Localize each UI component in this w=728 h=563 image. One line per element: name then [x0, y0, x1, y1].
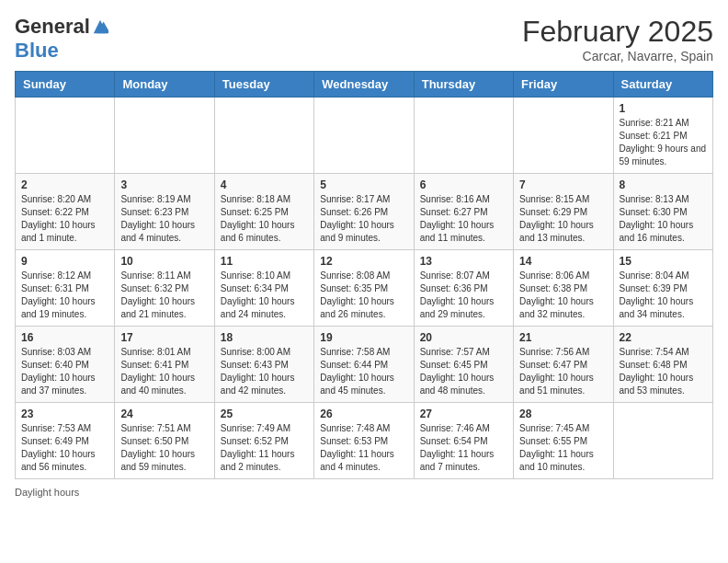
day-number: 26: [320, 408, 407, 420]
day-number: 21: [519, 331, 607, 344]
day-number: 24: [120, 408, 208, 420]
location: Carcar, Navarre, Spain: [522, 49, 713, 63]
calendar-day-header: Saturday: [613, 72, 712, 98]
calendar-week-row: 2Sunrise: 8:20 AM Sunset: 6:22 PM Daylig…: [16, 174, 713, 250]
calendar-cell: 18Sunrise: 8:00 AM Sunset: 6:43 PM Dayli…: [214, 327, 313, 403]
day-info: Sunrise: 7:57 AM Sunset: 6:45 PM Dayligh…: [420, 346, 507, 397]
calendar-cell: 12Sunrise: 8:08 AM Sunset: 6:35 PM Dayli…: [314, 250, 414, 327]
calendar-cell: 10Sunrise: 8:11 AM Sunset: 6:32 PM Dayli…: [115, 250, 214, 327]
calendar-cell: 27Sunrise: 7:46 AM Sunset: 6:54 PM Dayli…: [414, 403, 513, 479]
calendar-cell: 6Sunrise: 8:16 AM Sunset: 6:27 PM Daylig…: [414, 174, 513, 250]
calendar-table: SundayMondayTuesdayWednesdayThursdayFrid…: [15, 71, 713, 479]
day-number: 4: [221, 178, 308, 191]
day-info: Sunrise: 8:20 AM Sunset: 6:22 PM Dayligh…: [21, 193, 108, 245]
day-number: 27: [420, 408, 507, 420]
calendar-cell: 2Sunrise: 8:20 AM Sunset: 6:22 PM Daylig…: [16, 174, 115, 250]
day-info: Sunrise: 8:00 AM Sunset: 6:43 PM Dayligh…: [221, 346, 308, 397]
day-info: Sunrise: 7:45 AM Sunset: 6:55 PM Dayligh…: [519, 422, 607, 474]
day-info: Sunrise: 8:16 AM Sunset: 6:27 PM Dayligh…: [420, 193, 507, 245]
day-number: 1: [620, 102, 707, 115]
day-number: 6: [420, 178, 507, 191]
logo-blue-text: Blue: [15, 39, 59, 62]
calendar-cell: 3Sunrise: 8:19 AM Sunset: 6:23 PM Daylig…: [115, 174, 214, 250]
calendar-cell: 15Sunrise: 8:04 AM Sunset: 6:39 PM Dayli…: [613, 250, 712, 327]
calendar-cell: [514, 98, 613, 174]
day-number: 18: [221, 331, 308, 344]
day-info: Sunrise: 8:12 AM Sunset: 6:31 PM Dayligh…: [21, 270, 108, 321]
day-info: Sunrise: 7:48 AM Sunset: 6:53 PM Dayligh…: [320, 422, 407, 474]
calendar-week-row: 9Sunrise: 8:12 AM Sunset: 6:31 PM Daylig…: [16, 250, 713, 327]
day-info: Sunrise: 7:51 AM Sunset: 6:50 PM Dayligh…: [120, 422, 208, 474]
calendar-week-row: 16Sunrise: 8:03 AM Sunset: 6:40 PM Dayli…: [16, 327, 713, 403]
title-block: February 2025 Carcar, Navarre, Spain: [522, 15, 713, 63]
day-number: 14: [519, 255, 607, 268]
day-info: Sunrise: 8:03 AM Sunset: 6:40 PM Dayligh…: [21, 346, 108, 397]
logo-icon: [92, 18, 108, 35]
calendar-day-header: Sunday: [16, 72, 115, 98]
calendar-week-row: 23Sunrise: 7:53 AM Sunset: 6:49 PM Dayli…: [16, 403, 713, 479]
month-title: February 2025: [522, 15, 713, 49]
calendar-cell: 8Sunrise: 8:13 AM Sunset: 6:30 PM Daylig…: [613, 174, 712, 250]
calendar-cell: 25Sunrise: 7:49 AM Sunset: 6:52 PM Dayli…: [214, 403, 313, 479]
day-info: Sunrise: 8:08 AM Sunset: 6:35 PM Dayligh…: [320, 270, 407, 321]
day-number: 12: [320, 255, 407, 268]
calendar-day-header: Monday: [115, 72, 214, 98]
day-info: Sunrise: 7:46 AM Sunset: 6:54 PM Dayligh…: [420, 422, 507, 474]
day-number: 3: [120, 178, 208, 191]
logo: General Blue: [15, 15, 108, 63]
page-header: General Blue February 2025 Carcar, Navar…: [15, 15, 713, 63]
calendar-cell: 11Sunrise: 8:10 AM Sunset: 6:34 PM Dayli…: [214, 250, 313, 327]
day-number: 15: [620, 255, 707, 268]
calendar-cell: 9Sunrise: 8:12 AM Sunset: 6:31 PM Daylig…: [16, 250, 115, 327]
calendar-cell: [214, 98, 313, 174]
calendar-cell: 5Sunrise: 8:17 AM Sunset: 6:26 PM Daylig…: [314, 174, 414, 250]
calendar-cell: 4Sunrise: 8:18 AM Sunset: 6:25 PM Daylig…: [214, 174, 313, 250]
calendar-cell: [414, 98, 513, 174]
day-info: Sunrise: 8:01 AM Sunset: 6:41 PM Dayligh…: [120, 346, 208, 397]
day-info: Sunrise: 8:17 AM Sunset: 6:26 PM Dayligh…: [320, 193, 407, 245]
calendar-cell: 1Sunrise: 8:21 AM Sunset: 6:21 PM Daylig…: [613, 98, 712, 174]
calendar-cell: 13Sunrise: 8:07 AM Sunset: 6:36 PM Dayli…: [414, 250, 513, 327]
day-number: 2: [21, 178, 108, 191]
day-info: Sunrise: 7:58 AM Sunset: 6:44 PM Dayligh…: [320, 346, 407, 397]
calendar-cell: 14Sunrise: 8:06 AM Sunset: 6:38 PM Dayli…: [514, 250, 613, 327]
calendar-week-row: 1Sunrise: 8:21 AM Sunset: 6:21 PM Daylig…: [16, 98, 713, 174]
day-number: 9: [21, 255, 108, 268]
day-info: Sunrise: 8:06 AM Sunset: 6:38 PM Dayligh…: [519, 270, 607, 321]
calendar-cell: 24Sunrise: 7:51 AM Sunset: 6:50 PM Dayli…: [115, 403, 214, 479]
calendar-day-header: Tuesday: [214, 72, 313, 98]
day-info: Sunrise: 7:54 AM Sunset: 6:48 PM Dayligh…: [620, 346, 707, 397]
day-info: Sunrise: 8:15 AM Sunset: 6:29 PM Dayligh…: [519, 193, 607, 245]
calendar-cell: 21Sunrise: 7:56 AM Sunset: 6:47 PM Dayli…: [514, 327, 613, 403]
day-number: 19: [320, 331, 407, 344]
day-info: Sunrise: 8:13 AM Sunset: 6:30 PM Dayligh…: [620, 193, 707, 245]
day-number: 23: [21, 408, 108, 420]
day-info: Sunrise: 7:49 AM Sunset: 6:52 PM Dayligh…: [221, 422, 308, 474]
calendar-day-header: Thursday: [414, 72, 513, 98]
day-info: Sunrise: 7:56 AM Sunset: 6:47 PM Dayligh…: [519, 346, 607, 397]
day-number: 5: [320, 178, 407, 191]
calendar-day-header: Wednesday: [314, 72, 414, 98]
day-number: 17: [120, 331, 208, 344]
day-info: Sunrise: 8:11 AM Sunset: 6:32 PM Dayligh…: [120, 270, 208, 321]
day-number: 16: [21, 331, 108, 344]
day-number: 13: [420, 255, 507, 268]
calendar-cell: 20Sunrise: 7:57 AM Sunset: 6:45 PM Dayli…: [414, 327, 513, 403]
footer: Daylight hours: [15, 487, 713, 498]
calendar-cell: 28Sunrise: 7:45 AM Sunset: 6:55 PM Dayli…: [514, 403, 613, 479]
day-number: 28: [519, 408, 607, 420]
day-info: Sunrise: 8:19 AM Sunset: 6:23 PM Dayligh…: [120, 193, 208, 245]
calendar-cell: [314, 98, 414, 174]
calendar-cell: 7Sunrise: 8:15 AM Sunset: 6:29 PM Daylig…: [514, 174, 613, 250]
day-number: 25: [221, 408, 308, 420]
calendar-cell: [16, 98, 115, 174]
calendar-header-row: SundayMondayTuesdayWednesdayThursdayFrid…: [16, 72, 713, 98]
day-info: Sunrise: 8:21 AM Sunset: 6:21 PM Dayligh…: [620, 117, 707, 168]
calendar-cell: 17Sunrise: 8:01 AM Sunset: 6:41 PM Dayli…: [115, 327, 214, 403]
day-number: 11: [221, 255, 308, 268]
day-number: 7: [519, 178, 607, 191]
calendar-cell: 22Sunrise: 7:54 AM Sunset: 6:48 PM Dayli…: [613, 327, 712, 403]
day-info: Sunrise: 8:07 AM Sunset: 6:36 PM Dayligh…: [420, 270, 507, 321]
day-number: 22: [620, 331, 707, 344]
day-number: 10: [120, 255, 208, 268]
